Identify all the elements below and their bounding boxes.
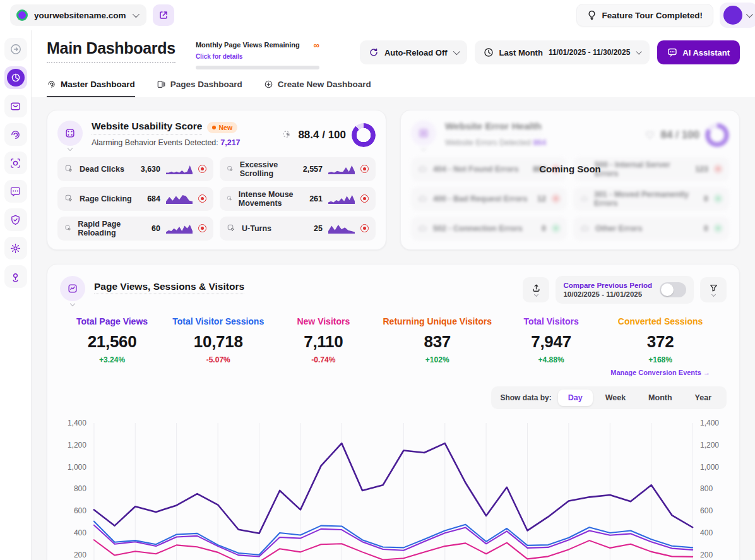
metric-status-icon: [714, 224, 722, 232]
chevron-down-icon: [636, 49, 642, 54]
alarming-events-count[interactable]: 7,217: [220, 138, 240, 147]
traffic-chart-card: Page Views, Sessions & Visitors Compare …: [47, 264, 740, 560]
chart-card-title: Page Views, Sessions & Visitors: [94, 281, 244, 294]
kpi-stats-row: Total Page Views21,560+3.24%Total Visito…: [60, 304, 727, 380]
sidebar-collapse-button[interactable]: [4, 38, 27, 61]
site-name: yourwebsitename.com: [34, 11, 126, 20]
behavior-cursor-icon: [64, 164, 74, 174]
lightbulb-icon: [587, 10, 597, 20]
tab-pages-dashboard[interactable]: Pages Dashboard: [157, 80, 242, 97]
sidebar-item-tracking-setup[interactable]: [4, 265, 27, 288]
granularity-month[interactable]: Month: [638, 390, 682, 406]
open-site-button[interactable]: [153, 4, 174, 26]
errors-detected-count: 864: [533, 138, 546, 147]
metric-row[interactable]: Intense Mouse Movements261: [220, 187, 376, 211]
line-chart-icon: [67, 283, 78, 294]
metric-row[interactable]: Dead Clicks3,630: [57, 157, 213, 181]
kpi-stat[interactable]: Total Visitors7,947+4.88%: [516, 316, 586, 376]
sidebar-item-dashboards[interactable]: [4, 66, 27, 89]
metric-label: U-Turns: [242, 224, 271, 233]
sidebar-item-recordings[interactable]: [4, 123, 27, 146]
ai-assistant-button[interactable]: AI Assistant: [657, 40, 740, 64]
usability-card-icon[interactable]: [57, 121, 83, 146]
granularity-day[interactable]: Day: [558, 390, 593, 406]
kpi-label: Total Visitors: [516, 316, 586, 326]
page-header: Main Dashboards Monthly Page Views Remai…: [32, 30, 755, 69]
date-range-selector[interactable]: Last Month 11/01/2025 - 11/30/2025: [475, 40, 650, 64]
gear-icon: [9, 242, 21, 254]
metric-label: 400 - Bad Request Errors: [433, 194, 527, 203]
chevron-down-icon: [453, 48, 460, 55]
sidebar-item-settings[interactable]: [4, 237, 27, 259]
metric-value: 261: [309, 194, 323, 203]
quota-widget[interactable]: Monthly Page Views Remaining Click for d…: [196, 39, 319, 69]
kpi-value: 10,718: [172, 332, 264, 352]
metric-label: Other Errors: [595, 224, 642, 233]
metric-sparkline: [166, 194, 193, 204]
chart-card-icon[interactable]: [60, 276, 85, 301]
metric-sparkline: [328, 224, 355, 234]
feature-tour-button[interactable]: Feature Tour Completed!: [576, 4, 713, 27]
master-dashboard-icon: [47, 80, 56, 89]
svg-text:1,000: 1,000: [68, 462, 86, 471]
export-icon: [532, 283, 541, 292]
kpi-delta: -5.07%: [172, 355, 264, 364]
filter-button[interactable]: [700, 277, 727, 302]
dashboard-pie-icon: [11, 73, 21, 83]
site-selector[interactable]: yourwebsitename.com: [10, 4, 146, 26]
sidebar-item-inbox[interactable]: [4, 95, 27, 117]
tab-create-new-dashboard[interactable]: Create New Dashboard: [264, 80, 371, 97]
metric-sparkline: [328, 165, 355, 174]
refresh-icon: [369, 47, 379, 57]
dashboard-tabs: Master Dashboard Pages Dashboard Create …: [32, 69, 755, 97]
kpi-stat[interactable]: Converted Sessions372+168%Manage Convers…: [610, 316, 710, 376]
compare-toggle[interactable]: [660, 282, 686, 297]
kpi-stat[interactable]: Total Visitor Sessions10,718-5.07%: [172, 316, 264, 376]
sidebar-item-heatmaps[interactable]: [4, 152, 27, 174]
metric-sparkline: [328, 194, 355, 204]
sidebar-item-feedback[interactable]: [4, 180, 27, 203]
metric-sparkline: [166, 165, 193, 174]
metric-status-icon: [552, 224, 560, 232]
behavior-cursor-icon: [227, 164, 234, 174]
kpi-delta: +3.24%: [76, 355, 148, 364]
granularity-week[interactable]: Week: [595, 390, 636, 406]
tab-label: Create New Dashboard: [278, 80, 371, 89]
auto-reload-selector[interactable]: Auto-Reload Off: [360, 40, 467, 64]
error-grid-icon: [418, 128, 429, 139]
metric-row[interactable]: U-Turns25: [220, 217, 376, 241]
metric-value: 0: [542, 224, 546, 233]
quota-details-link[interactable]: Click for details: [196, 53, 242, 60]
arrow-right-circle-icon: [9, 43, 22, 56]
granularity-year[interactable]: Year: [685, 390, 722, 406]
kpi-stat[interactable]: New Visitors7,110-0.74%: [288, 316, 358, 376]
site-logo-icon: [16, 9, 28, 21]
feature-tour-label: Feature Tour Completed!: [602, 11, 703, 20]
sidebar-item-privacy[interactable]: [4, 208, 27, 231]
metric-row[interactable]: Excessive Scrolling2,557: [220, 157, 376, 181]
metric-row[interactable]: Rage Clicking684: [57, 187, 213, 211]
error-cloud-icon: [580, 223, 590, 233]
kpi-value: 7,947: [516, 332, 586, 352]
metric-value: 60: [152, 224, 160, 233]
kpi-stat[interactable]: Returning Unique Visitors837+102%: [383, 316, 492, 376]
metric-row[interactable]: 301 - Moved Permanently Errors0: [573, 187, 729, 211]
metric-label: Rage Clicking: [80, 194, 132, 203]
user-menu[interactable]: [720, 3, 755, 28]
manage-conversion-events-link[interactable]: Manage Conversion Events →: [610, 369, 710, 376]
export-button[interactable]: [523, 277, 549, 302]
metric-row[interactable]: Other Errors0: [573, 217, 729, 241]
tab-master-dashboard[interactable]: Master Dashboard: [47, 80, 135, 97]
metric-row[interactable]: 400 - Bad Request Errors12: [411, 187, 567, 211]
metric-row[interactable]: 502 - Connection Errors0: [411, 217, 567, 241]
metric-row[interactable]: Rapid Page Reloading60: [57, 217, 213, 241]
behavior-cursor-icon: [227, 194, 233, 203]
chevron-down-icon: [132, 11, 139, 18]
kpi-value: 21,560: [76, 332, 148, 352]
kpi-stat[interactable]: Total Page Views21,560+3.24%: [76, 316, 148, 376]
chat-bubble-icon: [9, 186, 21, 198]
svg-text:200: 200: [74, 550, 86, 559]
avatar: [723, 6, 742, 25]
metric-status-icon: [714, 194, 722, 203]
page-title: Main Dashboards: [47, 39, 175, 63]
